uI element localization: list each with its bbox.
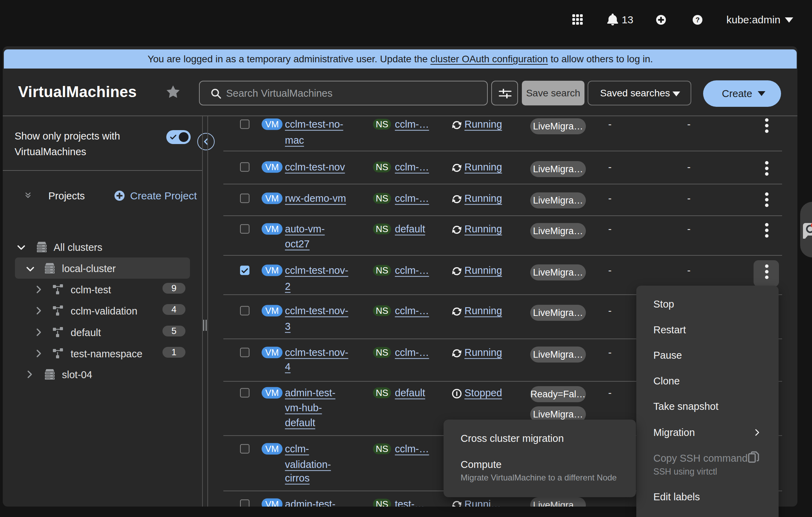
svg-text:?: ?	[695, 16, 700, 24]
